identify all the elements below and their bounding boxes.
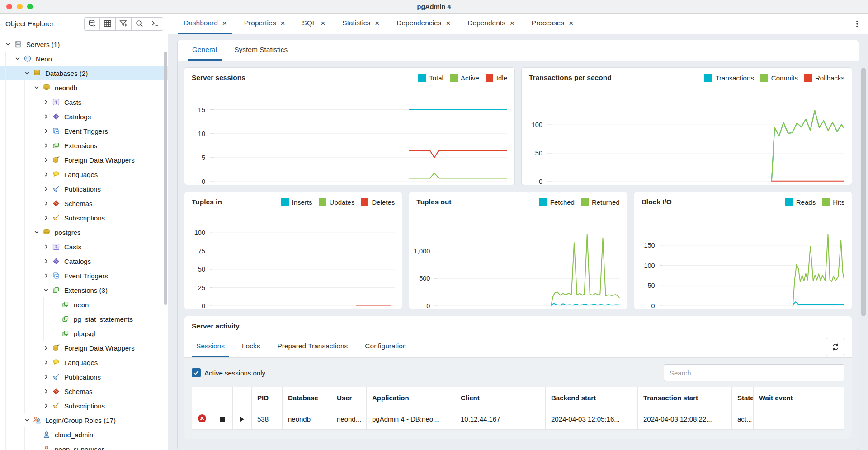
column-header-pid[interactable]: PID [252,387,283,408]
search-input[interactable] [664,364,844,381]
expand-row-button[interactable] [240,417,244,422]
tree-item-languages[interactable]: Languages [0,167,168,182]
tree-item-languages[interactable]: Languages [0,355,168,370]
subtab-system-statistics[interactable]: System Statistics [230,40,292,61]
column-header-wait_event[interactable]: Wait event [754,387,844,408]
chevron-down-icon[interactable] [24,417,33,423]
tab-dependencies[interactable]: Dependencies × [391,14,456,34]
tree-item-foreign-data-wrappers[interactable]: Foreign Data Wrappers [0,153,168,167]
tree-item-extensions[interactable]: Extensions [0,138,168,153]
tree-item-catalogs[interactable]: Catalogs [0,109,168,124]
zoom-window-button[interactable] [27,4,33,9]
column-header-application[interactable]: Application [367,387,455,408]
chevron-right-icon[interactable] [43,273,52,278]
active-sessions-checkbox[interactable] [192,368,201,377]
close-tab-icon[interactable]: × [510,19,514,27]
tree-item-subscriptions[interactable]: Subscriptions [0,398,168,413]
sa-tab-configuration[interactable]: Configuration [360,336,411,357]
chevron-right-icon[interactable] [43,143,52,148]
column-header-backend_start[interactable]: Backend start [546,387,638,408]
chevron-down-icon[interactable] [15,56,24,61]
chevron-right-icon[interactable] [43,360,52,365]
sa-tab-locks[interactable]: Locks [237,336,265,357]
chevron-down-icon[interactable] [24,70,33,76]
refresh-button[interactable] [826,338,845,356]
chevron-right-icon[interactable] [43,403,52,408]
close-tab-icon[interactable]: × [375,19,379,27]
tree-item-extensions-3[interactable]: Extensions (3) [0,283,168,297]
filter-rows-icon-button[interactable] [116,17,132,31]
column-header-database[interactable]: Database [283,387,331,408]
tree-item-casts[interactable]: Casts [0,95,168,109]
psql-terminal-icon-button[interactable] [147,17,163,31]
tree-item-servers-1[interactable]: Servers (1) [0,37,168,52]
tree-item-databases-2[interactable]: Databases (2) [0,66,168,80]
tree-item-neon[interactable]: Neon [0,52,168,66]
chevron-right-icon[interactable] [43,215,52,220]
tab-dashboard[interactable]: Dashboard × [178,14,232,34]
chevron-right-icon[interactable] [43,157,52,163]
chevron-down-icon[interactable] [43,287,52,293]
tab-processes[interactable]: Processes × [526,14,579,34]
close-tab-icon[interactable]: × [280,19,285,27]
tree-item-plpgsql[interactable]: plpgsql [0,326,168,341]
tree-item-subscriptions[interactable]: Subscriptions [0,211,168,225]
chevron-right-icon[interactable] [43,186,52,192]
tree-item-publications[interactable]: Publications [0,370,168,384]
tab-sql[interactable]: SQL × [297,14,330,34]
tree-item-schemas[interactable]: Schemas [0,384,168,398]
tree-item-catalogs[interactable]: Catalogs [0,254,168,268]
terminate-session-button[interactable] [220,417,225,422]
chevron-right-icon[interactable] [43,374,52,380]
chevron-right-icon[interactable] [43,201,52,206]
column-header-expand[interactable] [233,387,252,408]
chevron-right-icon[interactable] [43,345,52,351]
sa-tab-sessions[interactable]: Sessions [192,336,229,357]
tree-item-event-triggers[interactable]: Event Triggers [0,268,168,283]
close-tab-icon[interactable]: × [446,19,450,27]
tree-item-cloud-admin[interactable]: cloud_admin [0,427,168,442]
chevron-down-icon[interactable] [5,42,14,47]
tree-item-login-group-roles-17[interactable]: Login/Group Roles (17) [0,413,168,427]
chevron-right-icon[interactable] [43,172,52,177]
tree-item-casts[interactable]: Casts [0,239,168,254]
kebab-menu-icon[interactable] [851,17,863,31]
column-header-terminate[interactable] [212,387,233,408]
subtab-general[interactable]: General [188,40,222,61]
close-window-button[interactable] [6,4,12,9]
tree-item-publications[interactable]: Publications [0,182,168,196]
search-objects-icon-button[interactable] [132,17,147,31]
tree-item-schemas[interactable]: Schemas [0,196,168,211]
chevron-right-icon[interactable] [43,99,52,105]
sa-tab-prepared-transactions[interactable]: Prepared Transactions [273,336,352,357]
column-header-user[interactable]: User [331,387,367,408]
column-header-cancel[interactable] [192,387,212,408]
tab-statistics[interactable]: Statistics × [337,14,385,34]
tree-item-postgres[interactable]: postgres [0,225,168,239]
tree-item-neondb[interactable]: neondb [0,80,168,95]
close-tab-icon[interactable]: × [321,19,325,27]
column-header-state[interactable]: State [732,387,754,408]
chevron-right-icon[interactable] [43,244,52,249]
close-tab-icon[interactable]: × [569,19,573,27]
chevron-right-icon[interactable] [43,114,52,119]
close-tab-icon[interactable]: × [222,19,227,27]
tab-properties[interactable]: Properties × [239,14,291,34]
chevron-right-icon[interactable] [43,128,52,134]
cancel-query-button[interactable] [198,417,207,424]
tree-item-pg-stat-statements[interactable]: pg_stat_statements [0,312,168,326]
column-header-transaction_start[interactable]: Transaction start [638,387,732,408]
main-scrollbar[interactable] [861,68,866,316]
chevron-down-icon[interactable] [34,85,42,90]
chevron-right-icon[interactable] [43,258,52,264]
tree-item-neon[interactable]: neon [0,297,168,312]
chevron-down-icon[interactable] [34,230,42,235]
tree-item-event-triggers[interactable]: Event Triggers [0,124,168,138]
minimize-window-button[interactable] [17,4,23,9]
sidebar-scrollbar[interactable] [164,52,167,305]
tree-item-foreign-data-wrappers[interactable]: Foreign Data Wrappers [0,341,168,355]
tree-item-neon-superuser[interactable]: neon_superuser [0,442,168,450]
column-header-client[interactable]: Client [455,387,546,408]
view-data-grid-icon-button[interactable] [100,17,116,31]
quick-search-database-icon-button[interactable] [84,17,100,31]
